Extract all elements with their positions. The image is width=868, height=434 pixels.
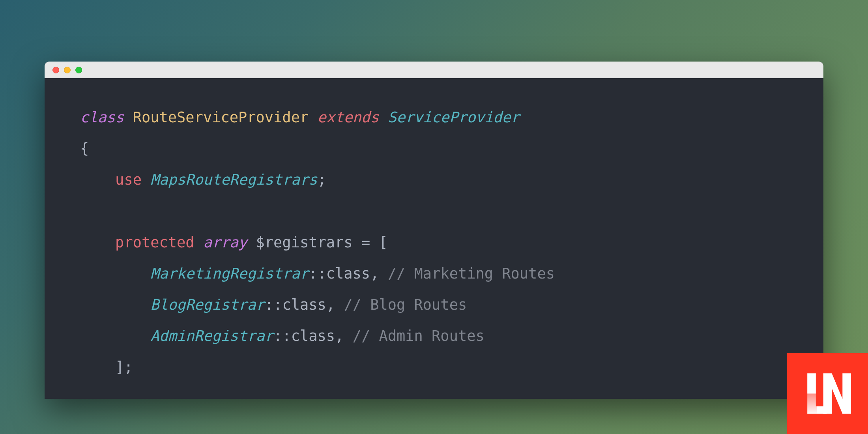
code-line-blank: [80, 196, 788, 227]
class-ref-admin: AdminRegistrar: [150, 327, 273, 344]
variable-name: $registrars: [256, 234, 353, 251]
class-ref-marketing: MarketingRegistrar: [150, 265, 309, 282]
ln-logo: [787, 353, 868, 434]
code-line-3: use MapsRouteRegistrars;: [80, 164, 788, 195]
keyword-extends: extends: [317, 109, 379, 126]
class-ref-blog: BlogRegistrar: [150, 296, 265, 313]
comma: ,: [370, 265, 379, 282]
class-prop: class: [282, 296, 326, 313]
class-prop: class: [326, 265, 370, 282]
close-button[interactable]: [52, 67, 59, 73]
close-bracket-semi: ];: [115, 359, 133, 376]
comment-marketing: // Marketing Routes: [388, 265, 555, 282]
comma: ,: [335, 327, 344, 344]
class-name: RouteServiceProvider: [133, 109, 309, 126]
svg-rect-0: [806, 394, 817, 415]
scope-op: ::: [309, 265, 326, 282]
open-brace: {: [80, 140, 89, 157]
code-line-4: protected array $registrars = [: [80, 227, 788, 258]
trait-name: MapsRouteRegistrars: [150, 171, 317, 188]
code-line-7: AdminRegistrar::class, // Admin Routes: [80, 320, 788, 352]
comment-blog: // Blog Routes: [344, 296, 467, 313]
code-editor[interactable]: class RouteServiceProvider extends Servi…: [45, 78, 823, 399]
code-line-2: {: [80, 133, 788, 164]
parent-class: ServiceProvider: [388, 109, 520, 126]
comma: ,: [326, 296, 335, 313]
equals-op: =: [361, 234, 370, 251]
code-line-6: BlogRegistrar::class, // Blog Routes: [80, 289, 788, 320]
comment-admin: // Admin Routes: [353, 327, 485, 344]
ln-logo-icon: [801, 367, 854, 420]
code-line-5: MarketingRegistrar::class, // Marketing …: [80, 258, 788, 289]
scope-op: ::: [265, 296, 282, 313]
scope-op: ::: [273, 327, 291, 344]
keyword-array: array: [203, 234, 247, 251]
code-line-8: ];: [80, 352, 788, 383]
class-prop: class: [291, 327, 335, 344]
maximize-button[interactable]: [75, 67, 82, 73]
minimize-button[interactable]: [64, 67, 71, 73]
keyword-class: class: [80, 109, 124, 126]
keyword-protected: protected: [115, 234, 194, 251]
window-titlebar: [45, 62, 823, 78]
code-line-1: class RouteServiceProvider extends Servi…: [80, 102, 788, 133]
editor-window: class RouteServiceProvider extends Servi…: [45, 62, 823, 399]
keyword-use: use: [115, 171, 142, 188]
semicolon: ;: [317, 171, 326, 188]
open-bracket: [: [379, 234, 387, 251]
